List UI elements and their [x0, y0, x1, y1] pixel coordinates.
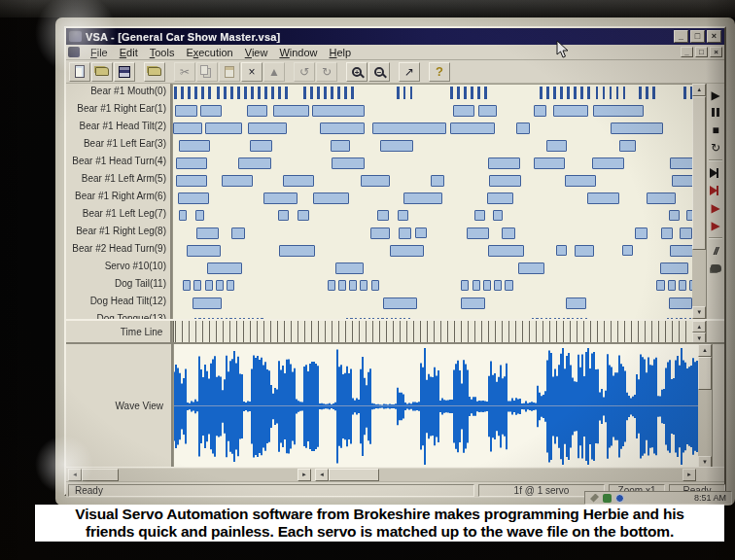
scroll-thumb[interactable]	[692, 96, 706, 250]
menu-execution[interactable]: Execution	[180, 46, 238, 59]
track-label-2[interactable]: Bear #1 Head Tilt(2)	[66, 119, 171, 136]
help-button[interactable]: ?	[429, 62, 450, 82]
child-close-button[interactable]: ×	[710, 47, 722, 57]
menu-file[interactable]: File	[85, 46, 114, 59]
servo-event-block[interactable]	[231, 228, 245, 239]
servo-event-block[interactable]	[592, 158, 624, 169]
servo-event-block[interactable]	[361, 175, 390, 187]
servo-event-block[interactable]	[670, 158, 692, 169]
servo-event-block[interactable]	[587, 192, 618, 204]
stop-button[interactable]: ■	[708, 122, 723, 137]
servo-event-block[interactable]	[200, 105, 222, 117]
servo-event-block[interactable]	[593, 105, 644, 117]
servo-event-block[interactable]	[398, 210, 409, 221]
servo-event-block[interactable]	[415, 228, 427, 238]
servo-event-block[interactable]	[518, 262, 544, 274]
hscroll-thumb[interactable]	[82, 469, 119, 481]
servo-event-block[interactable]	[472, 280, 480, 291]
servo-event-block[interactable]	[670, 245, 692, 257]
servo-event-block[interactable]	[377, 210, 389, 221]
track-label-10[interactable]: Servo #10(10)	[66, 259, 171, 276]
servo-event-block[interactable]	[566, 298, 587, 309]
cut-button[interactable]: ✂	[174, 62, 195, 82]
servo-event-block[interactable]	[173, 122, 202, 134]
servo-event-block[interactable]	[371, 280, 379, 291]
track-label-6[interactable]: Bear #1 Right Arm(6)	[66, 189, 171, 206]
servo-event-block[interactable]	[390, 245, 423, 257]
hscroll-right-icon[interactable]: ►	[682, 469, 696, 481]
servo-event-block[interactable]	[380, 140, 412, 152]
menu-help[interactable]: Help	[324, 46, 358, 59]
track-label-1[interactable]: Bear #1 Right Ear(1)	[66, 101, 171, 119]
servo-event-block[interactable]	[248, 122, 287, 134]
open-file-button[interactable]	[91, 62, 113, 82]
servo-event-block[interactable]	[619, 140, 636, 152]
servo-event-block[interactable]	[534, 158, 565, 169]
servo-event-block[interactable]	[335, 262, 364, 274]
servo-event-block[interactable]	[250, 140, 272, 152]
servo-event-block[interactable]	[195, 210, 204, 221]
zoom-out-button[interactable]: −	[368, 62, 390, 82]
servo-event-block[interactable]	[483, 280, 491, 291]
servo-event-block[interactable]	[372, 122, 446, 134]
servo-event-block[interactable]	[175, 105, 197, 117]
run-tool-button[interactable]: ↗	[399, 62, 420, 82]
delete-button[interactable]: ×	[241, 62, 262, 82]
label-horizontal-scrollbar[interactable]: ◄ ►	[68, 469, 311, 481]
servo-event-block[interactable]	[179, 140, 210, 152]
servo-event-block[interactable]	[546, 140, 566, 152]
repeat-button[interactable]: ↻	[708, 140, 723, 155]
servo-event-block[interactable]	[668, 280, 676, 291]
play-routine-button[interactable]: ▶	[708, 218, 723, 232]
close-button[interactable]: ×	[707, 30, 721, 43]
track-label-3[interactable]: Bear #1 Left Ear(3)	[66, 136, 171, 154]
track-label-7[interactable]: Bear #1 Left Leg(7)	[66, 206, 171, 224]
spin-up-icon[interactable]: ▲	[692, 321, 706, 332]
servo-event-block[interactable]	[516, 122, 530, 134]
servo-event-block[interactable]	[399, 228, 411, 239]
servo-event-block[interactable]	[661, 228, 673, 239]
play-button[interactable]: ▶	[708, 88, 723, 102]
minimize-button[interactable]: _	[674, 30, 688, 43]
play-selection-button[interactable]: ▶	[708, 200, 723, 215]
servo-event-block[interactable]	[611, 122, 663, 134]
copy-button[interactable]	[196, 62, 218, 82]
servo-event-block[interactable]	[222, 175, 253, 187]
servo-event-block[interactable]	[216, 280, 224, 291]
servo-event-block[interactable]	[505, 280, 512, 291]
main-horizontal-scrollbar[interactable]: ◄ ►	[315, 469, 696, 481]
servo-event-block[interactable]	[279, 245, 315, 257]
servo-event-block[interactable]	[431, 175, 444, 187]
play-to-marker-button[interactable]	[708, 165, 723, 180]
servo-event-block[interactable]	[478, 105, 497, 117]
servo-event-block[interactable]	[320, 122, 365, 134]
mirror-button[interactable]: ▲	[263, 62, 285, 82]
wave-scroll-thumb[interactable]	[698, 357, 712, 390]
servo-event-block[interactable]	[328, 280, 335, 291]
servo-event-block[interactable]	[565, 175, 596, 187]
servo-event-block[interactable]	[461, 298, 485, 309]
servo-event-block[interactable]	[669, 210, 680, 221]
servo-event-block[interactable]	[238, 158, 271, 169]
servo-event-block[interactable]	[360, 280, 368, 291]
menu-view[interactable]: View	[239, 46, 274, 59]
servo-event-block[interactable]	[338, 280, 346, 291]
servo-event-block[interactable]	[669, 298, 692, 309]
servo-event-block[interactable]	[313, 192, 349, 204]
servo-event-block[interactable]	[553, 105, 588, 117]
servo-event-block[interactable]	[556, 245, 567, 256]
wave-vertical-scrollbar[interactable]: ▲ ▼	[698, 344, 712, 469]
open-wave-button[interactable]	[144, 62, 165, 82]
servo-event-block[interactable]	[403, 192, 442, 204]
capture-button[interactable]	[708, 261, 723, 275]
timeline-ruler[interactable]	[172, 321, 692, 342]
servo-event-block[interactable]	[205, 280, 213, 291]
servo-event-block[interactable]	[312, 105, 365, 117]
servo-event-block[interactable]	[227, 280, 234, 291]
undo-button[interactable]: ↺	[294, 62, 315, 82]
servo-event-block[interactable]	[205, 122, 243, 134]
servo-event-block[interactable]	[247, 105, 268, 117]
tray-tool-icon[interactable]	[590, 494, 599, 503]
track-label-0[interactable]: Bear #1 Mouth(0)	[66, 84, 171, 101]
tray-network-icon[interactable]	[615, 494, 624, 503]
